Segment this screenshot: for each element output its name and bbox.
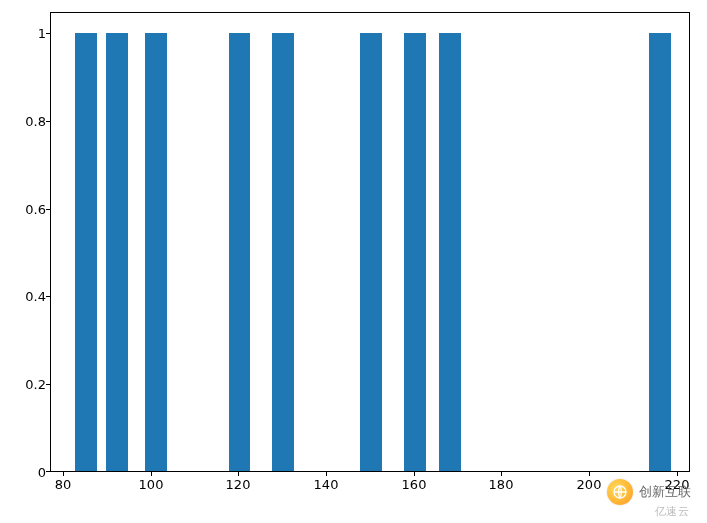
axes xyxy=(50,12,690,472)
plot-area xyxy=(51,13,689,471)
watermark-text: 创新互联 xyxy=(639,483,691,501)
y-tick-label: 0.6 xyxy=(25,202,46,217)
x-tick-mark xyxy=(414,472,415,476)
x-tick-mark xyxy=(501,472,502,476)
globe-icon xyxy=(607,479,633,505)
x-tick-label: 140 xyxy=(314,477,339,492)
x-tick-mark xyxy=(238,472,239,476)
bar xyxy=(229,33,251,471)
x-tick-mark xyxy=(326,472,327,476)
bar xyxy=(106,33,128,471)
y-tick-label: 1 xyxy=(38,26,46,41)
figure: 0 0.2 0.4 0.6 0.8 1 80 100 120 140 160 1… xyxy=(0,0,707,523)
x-tick-label: 80 xyxy=(55,477,72,492)
x-tick-label: 100 xyxy=(139,477,164,492)
bar xyxy=(404,33,426,471)
y-tick-label: 0.4 xyxy=(25,289,46,304)
x-tick-label: 120 xyxy=(226,477,251,492)
bar xyxy=(360,33,382,471)
bar xyxy=(75,33,97,471)
x-tick-label: 200 xyxy=(577,477,602,492)
x-tick-mark xyxy=(677,472,678,476)
x-tick-mark xyxy=(589,472,590,476)
x-tick-mark xyxy=(63,472,64,476)
y-tick-label: 0.8 xyxy=(25,114,46,129)
bar xyxy=(439,33,461,471)
x-tick-mark xyxy=(151,472,152,476)
bar xyxy=(145,33,167,471)
watermark-subtext: 亿速云 xyxy=(655,504,689,519)
watermark: 创新互联 xyxy=(607,479,691,505)
y-tick-label: 0.2 xyxy=(25,377,46,392)
x-tick-label: 180 xyxy=(489,477,514,492)
y-tick-label: 0 xyxy=(38,465,46,480)
bar xyxy=(649,33,671,471)
x-tick-label: 160 xyxy=(402,477,427,492)
bar xyxy=(272,33,294,471)
